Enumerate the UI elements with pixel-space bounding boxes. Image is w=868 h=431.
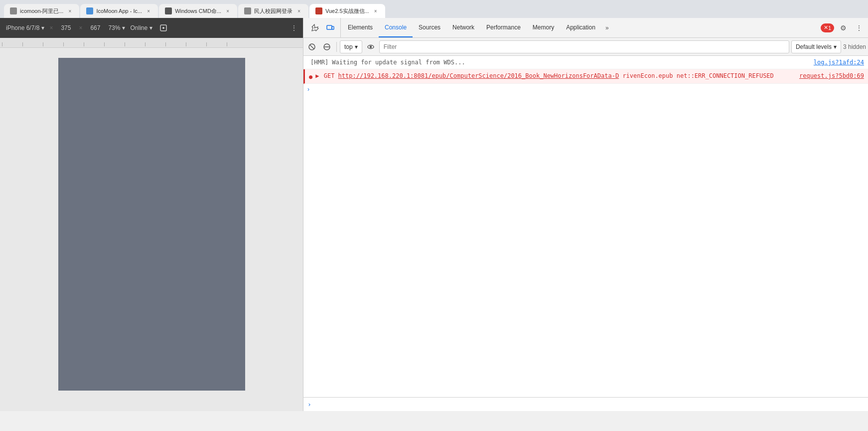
device-chevron-icon: ▾ [41, 24, 44, 31]
devtools-tab-bar: Elements Console Sources Network Perform… [303, 18, 868, 38]
tab-favicon-0 [10, 7, 17, 14]
more-options-button[interactable]: ⋮ [291, 24, 297, 31]
ruler-bar [0, 38, 303, 48]
context-chevron-icon: ▾ [355, 43, 358, 50]
context-selector[interactable]: top ▾ [340, 40, 362, 53]
tab-label-2: Windows CMD命... [175, 7, 221, 15]
device-toggle-button[interactable] [323, 21, 337, 35]
tab-close-1[interactable]: × [145, 7, 152, 14]
phone-screen [58, 58, 245, 391]
left-panel: iPhone 6/7/8 ▾ × × 73% ▾ Online ▾ [0, 18, 303, 411]
tab-performance[interactable]: Performance [480, 18, 527, 37]
tab-network[interactable]: Network [446, 18, 480, 37]
dimension-separator: × [49, 24, 53, 31]
console-messages: [HMR] Waiting for update signal from WDS… [303, 56, 868, 397]
inspect-element-button[interactable] [308, 21, 322, 35]
phone-container [0, 48, 303, 411]
error-badge: ✕ 1 [821, 23, 834, 32]
error-suffix: rivenEcon.epub net::ERR_CONNECTION_REFUS… [622, 72, 773, 79]
console-input[interactable] [314, 401, 864, 408]
tab-close-4[interactable]: × [372, 7, 379, 14]
devtools-panel: Elements Console Sources Network Perform… [303, 18, 868, 411]
svg-point-1 [162, 27, 164, 29]
device-selector[interactable]: iPhone 6/7/8 ▾ [6, 24, 44, 31]
devtools-icons [305, 18, 341, 37]
filter-input[interactable] [379, 40, 789, 53]
context-value: top [344, 43, 353, 50]
zoom-chevron-icon: ▾ [122, 24, 125, 31]
console-message-error: ● ▶ GET http://192.168.220.1:8081/epub/C… [303, 69, 868, 84]
levels-selector[interactable]: Default levels ▾ [791, 40, 841, 53]
clear-console-button[interactable] [305, 40, 318, 53]
console-expand-chevron[interactable]: › [303, 84, 868, 95]
svg-rect-3 [332, 26, 334, 29]
device-sensors-button[interactable] [157, 22, 169, 34]
console-prompt: › [307, 401, 311, 408]
tab-memory[interactable]: Memory [527, 18, 560, 37]
hidden-count: 3 hidden [843, 43, 866, 50]
tab-elements[interactable]: Elements [342, 18, 379, 37]
browser-tab-1[interactable]: IcoMoon App - Ic... × [80, 4, 158, 18]
network-value: Online [130, 24, 147, 31]
tab-favicon-2 [165, 7, 172, 14]
network-chevron-icon: ▾ [149, 24, 152, 31]
levels-chevron-icon: ▾ [834, 43, 837, 50]
tab-sources[interactable]: Sources [413, 18, 446, 37]
error-icon: ✕ [824, 24, 828, 31]
height-input[interactable] [87, 24, 103, 31]
main-area: iPhone 6/7/8 ▾ × × 73% ▾ Online ▾ [0, 18, 868, 411]
levels-value: Default levels [796, 43, 832, 50]
browser-tab-0[interactable]: icomoon-阿里已... × [4, 4, 79, 18]
tab-label-4: Vue2.5实战微信... [325, 7, 369, 15]
svg-line-5 [310, 45, 314, 49]
hmr-text: [HMR] Waiting for update signal from WDS… [310, 58, 807, 67]
error-source-link[interactable]: request.js?5bd0:69 [799, 71, 864, 80]
tab-application[interactable]: Application [560, 18, 601, 37]
tab-favicon-4 [315, 7, 322, 14]
browser-tab-2[interactable]: Windows CMD命... × [159, 4, 237, 18]
tab-label-3: 民人校园网登录 [254, 7, 292, 15]
network-selector[interactable]: Online ▾ [130, 24, 152, 31]
console-message-hmr: [HMR] Waiting for update signal from WDS… [303, 56, 868, 69]
error-count: 1 [828, 25, 831, 31]
browser-tab-bar: icomoon-阿里已... × IcoMoon App - Ic... × W… [0, 0, 868, 18]
x-separator: × [79, 24, 82, 31]
browser-tab-4[interactable]: Vue2.5实战微信... × [309, 4, 385, 18]
device-name: iPhone 6/7/8 [6, 24, 39, 31]
devtools-more-button[interactable]: ⋮ [852, 21, 866, 35]
svg-point-9 [370, 46, 371, 47]
device-toolbar: iPhone 6/7/8 ▾ × × 73% ▾ Online ▾ [0, 18, 303, 38]
error-count-group: ✕ 1 [821, 23, 834, 32]
toolbar-separator [336, 42, 337, 52]
devtools-settings-button[interactable]: ⚙ [836, 21, 850, 35]
zoom-selector[interactable]: 73% ▾ [108, 24, 125, 31]
tab-label-0: icomoon-阿里已... [20, 7, 63, 15]
devtools-end-buttons: ✕ 1 ⚙ ⋮ [821, 21, 866, 35]
tab-favicon-3 [244, 7, 251, 14]
more-tabs-button[interactable]: » [601, 18, 613, 37]
svg-rect-2 [327, 25, 332, 29]
tab-close-0[interactable]: × [66, 7, 73, 14]
console-input-area: › [303, 397, 868, 411]
tab-close-2[interactable]: × [224, 7, 231, 14]
error-url[interactable]: http://192.168.220.1:8081/epub/ComputerS… [338, 72, 619, 79]
zoom-value: 73% [108, 24, 120, 31]
error-chevron[interactable]: ▶ [315, 72, 319, 79]
browser-tab-3[interactable]: 民人校园网登录 × [238, 4, 308, 18]
error-icon-circle: ● [309, 72, 312, 81]
tab-label-1: IcoMoon App - Ic... [96, 8, 142, 14]
hmr-source-link[interactable]: log.js?1afd:24 [814, 58, 864, 67]
tab-console[interactable]: Console [379, 18, 413, 37]
error-text: ▶ GET http://192.168.220.1:8081/epub/Com… [315, 71, 792, 80]
width-input[interactable] [58, 24, 74, 31]
no-log-icon[interactable] [320, 40, 333, 53]
tab-favicon-1 [86, 7, 93, 14]
error-method: GET [324, 72, 338, 79]
chevron-right-icon: › [307, 86, 309, 93]
eye-button[interactable] [364, 40, 377, 53]
tab-close-3[interactable]: × [295, 7, 302, 14]
console-toolbar: top ▾ Default levels ▾ 3 hidden [303, 38, 868, 56]
